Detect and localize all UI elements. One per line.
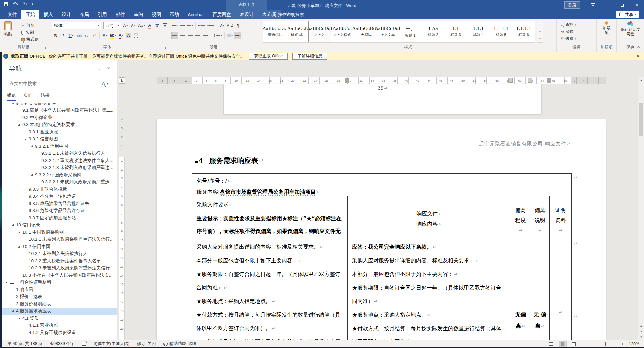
nav-item-9.3.1[interactable]: 9.3.1 营业执照 bbox=[0, 128, 117, 136]
learn-more-button[interactable]: 了解详细信息 bbox=[292, 53, 327, 60]
page-indicator[interactable]: 第 40 页, 共 188 页 bbox=[7, 341, 43, 347]
web-layout-icon[interactable] bbox=[570, 341, 578, 347]
expander-icon[interactable] bbox=[24, 138, 26, 140]
table-column-marker[interactable] bbox=[528, 78, 532, 83]
table-column-marker[interactable] bbox=[508, 78, 513, 83]
restore-button[interactable] bbox=[615, 0, 629, 10]
nav-close-icon[interactable]: ✕ bbox=[107, 66, 110, 71]
strikethrough-button[interactable]: abc bbox=[75, 32, 82, 39]
nav-item-二、[interactable]: 二、 符合性证明材料 bbox=[0, 279, 117, 286]
underline-button[interactable]: U▾ bbox=[67, 32, 74, 39]
superscript-button[interactable]: x² bbox=[91, 32, 98, 39]
highlight-button[interactable]: ab▾ bbox=[109, 32, 117, 39]
text-effects-button[interactable]: A▾ bbox=[101, 32, 108, 39]
tab-stop-selector[interactable] bbox=[119, 77, 125, 84]
font-size-combo[interactable]: 五号▾ bbox=[103, 22, 121, 29]
nav-item-1[interactable]: 1 响应函 bbox=[0, 286, 117, 293]
replace-button[interactable]: ab替换 bbox=[561, 29, 576, 35]
table-column-marker[interactable] bbox=[547, 78, 551, 83]
nav-tab-标题[interactable]: 标题 bbox=[7, 92, 16, 101]
table-column-marker[interactable] bbox=[345, 78, 349, 83]
nav-item-10.2.2[interactable]: 10.2.2 重大税收违法案件当事人名单 bbox=[0, 257, 117, 265]
tab-引用[interactable]: 引用 bbox=[93, 10, 111, 19]
read-mode-icon[interactable] bbox=[547, 341, 555, 347]
shading-button[interactable]: ▾ bbox=[226, 32, 233, 39]
nav-item-9.3.3[interactable]: 9.3.3 非联合体投标 bbox=[0, 186, 117, 193]
search-icon[interactable] bbox=[102, 82, 105, 85]
format-painter-button[interactable]: 格式刷 bbox=[21, 37, 38, 42]
header-proof-cell[interactable]: 证明资料 bbox=[549, 196, 571, 239]
expander-icon[interactable] bbox=[18, 246, 20, 248]
tab-百度网盘[interactable]: 百度网盘 bbox=[208, 10, 235, 19]
proof-value-cell[interactable]: ↵ bbox=[549, 239, 571, 340]
zoom-percentage[interactable]: 120% bbox=[627, 342, 639, 346]
nav-search-box[interactable]: 在文档中搜索 ▾ bbox=[7, 79, 111, 88]
proofing-icon[interactable] bbox=[82, 342, 86, 346]
nav-item-9.3.2.2.1[interactable]: 9.3.2.2.1 未被列入政府采购严重违... bbox=[0, 179, 117, 186]
expander-icon[interactable] bbox=[12, 103, 14, 104]
deviation-note-value-cell[interactable]: 无 偏离 bbox=[530, 239, 549, 340]
nav-item-10.2.1[interactable]: 10.2.1 未被列入失信被执行人 bbox=[0, 250, 117, 258]
distribute-button[interactable] bbox=[202, 32, 209, 39]
nav-item-10.2.3[interactable]: 10.2.3 未被列入政府采购严重违法失信行... bbox=[0, 265, 117, 272]
show-marks-button[interactable]: ¶ bbox=[235, 22, 242, 29]
character-shading-button[interactable]: A bbox=[125, 32, 132, 39]
nav-item-4[interactable]: 4 服务需求响应表 bbox=[0, 308, 117, 315]
close-button[interactable]: × bbox=[629, 0, 644, 10]
tell-me-search[interactable]: 操作说明搜索 bbox=[273, 12, 304, 18]
header-deviation-degree-cell[interactable]: 偏离程度 bbox=[511, 196, 530, 239]
nav-item-9.3.2[interactable]: 9.3.2 信誉截图 bbox=[0, 136, 117, 143]
font-color-button[interactable]: A▾ bbox=[117, 32, 124, 39]
paste-button[interactable]: 粘贴 ▾ bbox=[4, 21, 12, 41]
style-普通(网...[interactable]: AaBbCcDc↵普通(网... bbox=[263, 21, 286, 42]
nav-item-9.3.7[interactable]: 9.3.7 固定的加油服务站 bbox=[0, 214, 117, 222]
tab-审阅[interactable]: 审阅 bbox=[129, 10, 147, 19]
print-layout-icon[interactable] bbox=[559, 341, 567, 347]
nav-item-9.3[interactable]: 9.3 本项目的特定资格要求 bbox=[0, 121, 117, 129]
expander-icon[interactable] bbox=[18, 317, 20, 319]
message-bar-close-icon[interactable]: ✕ bbox=[636, 54, 640, 59]
accessibility-status[interactable]: 辅助功能: 调查 bbox=[163, 341, 197, 347]
expander-icon[interactable] bbox=[18, 124, 20, 126]
table-info-cell[interactable]: 包号/序号：/ 服务内容:盘锦市市场监督管理局公务用车加油项目 bbox=[192, 174, 571, 196]
line-spacing-button[interactable]: ⇕▾ bbox=[213, 32, 223, 39]
align-right-button[interactable] bbox=[187, 32, 194, 39]
expander-icon[interactable] bbox=[12, 310, 14, 312]
contextual-tab-表设计[interactable]: 表设计 bbox=[235, 10, 258, 19]
align-left-button[interactable] bbox=[171, 32, 178, 39]
nav-item-2[interactable]: 2 报价一览表 bbox=[0, 293, 117, 301]
expander-icon[interactable] bbox=[31, 174, 33, 176]
nav-item-9[interactable]: 9 其它资质证明文件 bbox=[0, 103, 117, 107]
nav-item-9.3.6[interactable]: 9.3.6 危险化学品经营许可证 bbox=[0, 207, 117, 215]
nav-item-10[interactable]: 10 信用记录 bbox=[0, 222, 117, 229]
horizontal-ruler[interactable]: 642 246810121416182022242628303234363840… bbox=[157, 77, 606, 84]
expander-icon[interactable] bbox=[5, 281, 7, 283]
nav-tab-结果[interactable]: 结果 bbox=[41, 92, 50, 101]
pinyin-guide-button[interactable]: 文 bbox=[154, 22, 161, 29]
style-标题 1[interactable]: 一、标题 1 bbox=[399, 21, 422, 42]
style-无间隔[interactable]: AaBbCcDdI↵无间隔 bbox=[354, 21, 376, 42]
style-正文[interactable]: AaBbCcDdI↵正文 bbox=[308, 21, 331, 42]
vertical-ruler[interactable]: 43211234567891011121314151617181920 bbox=[119, 86, 125, 340]
style-标题 3[interactable]: 1.1标题 3 bbox=[444, 21, 467, 42]
minimize-button[interactable]: — bbox=[600, 0, 615, 10]
response-body-cell[interactable]: 应答：我公司完全响应以下条款。采购人应对服务提出详细的内容、标准及相关要求。本部… bbox=[347, 239, 511, 340]
previous-page-icon[interactable]: ▲ bbox=[638, 323, 644, 329]
clear-formatting-button[interactable]: A bbox=[146, 22, 153, 29]
gallery-more-icon[interactable]: ▼̲ bbox=[537, 35, 543, 42]
zoom-slider[interactable] bbox=[587, 344, 618, 344]
multilevel-list-button[interactable]: ▾ bbox=[187, 22, 194, 29]
tab-插入[interactable]: 插入 bbox=[39, 10, 57, 19]
select-button[interactable]: ⇱选择▾ bbox=[561, 36, 576, 42]
save-to-baidu-button[interactable]: 保存到百度网盘 bbox=[620, 21, 640, 36]
tab-邮件[interactable]: 邮件 bbox=[111, 10, 129, 19]
nav-item-10.1[interactable]: 10.1 中国政府采购网 bbox=[0, 229, 117, 236]
style-标题 5[interactable]: 1.1.1.1标题 5 bbox=[490, 21, 512, 42]
clipboard-dialog-launcher[interactable] bbox=[43, 47, 46, 49]
gallery-down-icon[interactable]: ▼ bbox=[537, 28, 543, 35]
tab-视图[interactable]: 视图 bbox=[147, 10, 165, 19]
nav-item-9.3.5[interactable]: 9.3.5 成品油零售经营批准证书 bbox=[0, 200, 117, 207]
nav-item-4.1.2[interactable]: 4.1.2 具备正规供货渠道 bbox=[0, 329, 117, 336]
nav-item-4.1.1[interactable]: 4.1.1 营业执照 bbox=[0, 322, 117, 329]
italic-button[interactable]: I bbox=[60, 32, 67, 39]
